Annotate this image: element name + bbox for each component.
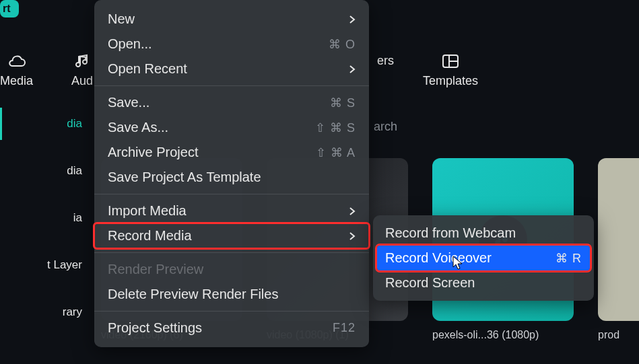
menu-item-open-recent[interactable]: Open Recent <box>94 57 369 81</box>
menu-separator <box>94 311 369 312</box>
sidebar-item-1[interactable]: dia <box>0 155 89 187</box>
menu-item-save[interactable]: Save... ⌘ S <box>94 90 369 115</box>
menu-item-save-as[interactable]: Save As... ⇧ ⌘ S <box>94 115 369 140</box>
chevron-right-icon <box>349 207 356 216</box>
menu-item-shortcut: ⌘ S <box>330 96 356 110</box>
submenu-item-label: Record from Webcam <box>385 225 516 241</box>
tab-templates-label: Templates <box>423 74 478 88</box>
submenu-item-record-screen[interactable]: Record Screen <box>373 270 594 295</box>
tab-media-label: Media <box>0 74 33 88</box>
chevron-right-icon <box>349 231 356 241</box>
submenu-item-label: Record Screen <box>385 275 475 291</box>
menu-item-record-media[interactable]: Record Media <box>94 223 369 248</box>
search-input[interactable]: arch <box>374 120 397 134</box>
menu-item-label: Save... <box>108 95 149 110</box>
menu-item-label: Import Media <box>108 203 187 219</box>
submenu-item-label: Record Voiceover <box>385 250 492 266</box>
music-note-icon <box>71 54 93 70</box>
menu-item-label: Open Recent <box>108 61 187 77</box>
templates-icon <box>423 54 478 70</box>
menu-item-shortcut: F12 <box>333 321 356 335</box>
tab-audio[interactable]: Aud <box>71 54 93 88</box>
menu-separator <box>94 252 369 253</box>
record-media-submenu: Record from Webcam Record Voiceover ⌘ R … <box>373 215 594 301</box>
tab-audio-label: Aud <box>71 74 93 88</box>
menu-item-archive-project[interactable]: Archive Project ⇧ ⌘ A <box>94 140 369 165</box>
menu-separator <box>94 194 369 194</box>
export-button[interactable]: rt <box>0 0 19 17</box>
tab-templates[interactable]: Templates <box>423 54 478 88</box>
menu-item-render-preview: Render Preview <box>94 257 369 282</box>
thumbnail-image <box>598 158 639 321</box>
submenu-item-shortcut: ⌘ R <box>556 251 582 266</box>
cursor-icon <box>452 256 465 273</box>
menu-item-label: Open... <box>108 36 152 52</box>
menu-item-shortcut: ⌘ O <box>329 37 356 52</box>
menu-item-label: Save Project As Template <box>108 170 261 185</box>
menu-item-label: Project Settings <box>108 320 202 336</box>
tab-stickers[interactable]: ers <box>377 54 394 68</box>
tab-media[interactable]: Media <box>0 54 33 88</box>
sidebar-item-0[interactable]: dia <box>0 108 89 140</box>
chevron-right-icon <box>349 15 356 24</box>
menu-item-shortcut: ⇧ ⌘ A <box>316 145 356 160</box>
sidebar-item-4[interactable]: rary <box>0 296 89 328</box>
menu-item-open[interactable]: Open... ⌘ O <box>94 32 369 57</box>
menu-item-label: New <box>108 11 135 27</box>
sidebar-item-2[interactable]: ia <box>0 202 89 234</box>
thumbnail-caption: prod <box>598 329 639 341</box>
menu-item-label: Archive Project <box>108 145 199 160</box>
thumbnail-caption: pexels-oli...36 (1080p) <box>432 329 574 341</box>
file-menu: New Open... ⌘ O Open Recent Save... ⌘ S … <box>94 0 369 347</box>
cloud-icon <box>0 54 33 70</box>
menu-item-shortcut: ⇧ ⌘ S <box>315 120 356 135</box>
tab-stickers-label: ers <box>377 54 394 68</box>
submenu-item-record-webcam[interactable]: Record from Webcam <box>373 221 594 246</box>
submenu-item-record-voiceover[interactable]: Record Voiceover ⌘ R <box>377 246 590 270</box>
menu-item-import-media[interactable]: Import Media <box>94 198 369 223</box>
menu-separator <box>94 85 369 86</box>
sidebar: dia dia ia t Layer rary <box>0 108 89 343</box>
menu-item-label: Save As... <box>108 120 168 135</box>
chevron-right-icon <box>349 65 356 74</box>
menu-item-project-settings[interactable]: Project Settings F12 <box>94 316 369 340</box>
menu-item-label: Record Media <box>108 228 192 244</box>
menu-item-delete-preview[interactable]: Delete Preview Render Files <box>94 282 369 307</box>
menu-item-new[interactable]: New <box>94 7 369 32</box>
sidebar-item-3[interactable]: t Layer <box>0 249 89 281</box>
media-thumb[interactable]: prod <box>598 158 639 341</box>
menu-item-save-template[interactable]: Save Project As Template <box>94 165 369 190</box>
menu-item-label: Delete Preview Render Files <box>108 287 278 302</box>
menu-item-label: Render Preview <box>108 262 203 277</box>
